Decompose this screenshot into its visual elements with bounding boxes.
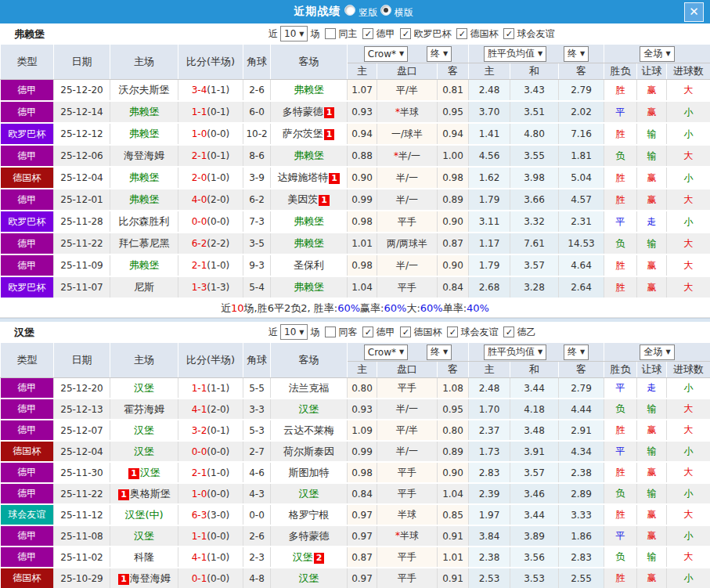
match-type-badge: 球会友谊 — [1, 504, 54, 525]
match-date: 25-12-01 — [54, 189, 110, 211]
team-name-text: 汉堡 — [134, 382, 154, 394]
avg-lose: 7.16 — [559, 123, 604, 145]
team-name-text: 多特蒙德 — [289, 530, 330, 542]
league-checkbox-3[interactable]: ✓ — [456, 28, 467, 39]
team-name-text: 汉堡 — [299, 572, 319, 584]
scope-select[interactable]: 全场▼ — [640, 46, 674, 62]
team-badge: 1 — [319, 195, 330, 206]
result-text: 负 — [616, 488, 625, 499]
halftime-score: (1-0) — [207, 467, 229, 478]
subcolumn-header: 主 — [469, 63, 510, 80]
avg-draw: 3.55 — [510, 145, 559, 167]
match-row: 德甲25-11-221奥格斯堡1-0(0-0)4-3汉堡0.84平手1.042.… — [1, 483, 710, 504]
score: 1-3(1-3) — [178, 276, 243, 298]
handicap-text: 平手 — [398, 216, 416, 227]
league-checkbox-4[interactable]: ✓ — [503, 28, 514, 39]
avg-lose: 5.04 — [559, 167, 604, 189]
avg-final-select[interactable]: 终▼ — [564, 46, 589, 62]
corner-score: 4-8 — [243, 568, 271, 588]
handicap-text: 半球 — [400, 530, 419, 541]
league-checkbox-1[interactable]: ✓ — [362, 28, 373, 39]
corner-score: 3-3 — [243, 399, 271, 420]
match-date: 25-11-02 — [54, 547, 110, 568]
match-type-badge: 德国杯 — [1, 568, 54, 588]
subcolumn-header: 胜负 — [604, 362, 637, 378]
away-team: 斯图加特 — [271, 462, 348, 483]
halftime-score: (2-0) — [207, 194, 229, 205]
avg-win: 2.48 — [469, 378, 510, 399]
match-count-select-label: 10 — [284, 326, 296, 337]
handicap: 两/两球半 — [377, 233, 438, 254]
team-name-text: 汉堡 — [134, 446, 154, 457]
result-wdl: 胜 — [604, 276, 637, 298]
avg-select[interactable]: 胜平负均值▼ — [484, 46, 546, 62]
handicap-text: 半球 — [398, 509, 416, 520]
match-type-badge: 德甲 — [1, 101, 54, 123]
fulltime-score: 1-1 — [192, 383, 207, 394]
odds-home: 0.99 — [348, 441, 377, 462]
dropdown-arrow-icon: ▼ — [665, 348, 670, 355]
avg-final-select-label: 终 — [568, 345, 577, 359]
odds-home: 0.93 — [348, 101, 377, 123]
result-wdl: 负 — [604, 547, 637, 568]
match-date: 25-11-28 — [54, 211, 110, 233]
provider-select[interactable]: Crow*▼ — [364, 345, 408, 360]
odds-home: 0.97 — [348, 568, 377, 588]
score: 3-4(1-1) — [178, 80, 243, 102]
avg-draw: 3.57 — [510, 462, 559, 483]
same-venue-checkbox[interactable] — [325, 28, 336, 39]
header-row-controls: 类型日期主场比分(半场)角球客场Crow*▼终▼胜平负均值▼终▼全场▼ — [1, 45, 710, 63]
match-count-select[interactable]: 10▼ — [280, 324, 308, 340]
header-controls-group: Crow*▼终▼ — [348, 345, 468, 360]
match-date: 25-11-22 — [54, 483, 110, 504]
match-date: 25-12-20 — [54, 80, 110, 102]
result-handicap: 输 — [637, 483, 667, 504]
result-handicap: 输 — [637, 123, 667, 145]
provider-select[interactable]: Crow*▼ — [364, 46, 408, 62]
result-text: 赢 — [647, 172, 657, 183]
avg-final-select[interactable]: 终▼ — [564, 345, 589, 360]
fulltime-score: 1-3 — [192, 282, 207, 293]
odds-away: 0.98 — [438, 167, 469, 189]
odds-home: 1.01 — [348, 233, 377, 254]
close-button[interactable]: ✕ — [684, 2, 704, 22]
match-type-badge: 德甲 — [1, 399, 54, 420]
section-team-name: 汉堡 — [14, 326, 34, 340]
provider-final-select[interactable]: 终▼ — [427, 345, 452, 360]
same-venue-checkbox[interactable] — [325, 326, 336, 337]
handicap: 平/半 — [377, 80, 438, 102]
column-header: 主场 — [110, 343, 178, 378]
avg-win: 2.48 — [469, 80, 510, 102]
column-header: 客场 — [271, 343, 348, 378]
avg-lose: 2.79 — [559, 378, 604, 399]
league-checkbox-3[interactable]: ✓ — [447, 326, 458, 337]
match-date: 25-11-09 — [54, 254, 110, 276]
league-checkbox-2[interactable]: ✓ — [400, 28, 411, 39]
odds-home: 0.88 — [348, 145, 377, 167]
avg-select[interactable]: 胜平负均值▼ — [484, 345, 546, 360]
subcolumn-header: 客 — [559, 63, 604, 80]
handicap: 平手 — [377, 547, 438, 568]
layout-radio-1[interactable] — [344, 5, 355, 16]
home-team: 汉堡 — [110, 420, 178, 441]
summary-segment: 赢率: — [360, 301, 384, 316]
avg-draw: 3.91 — [510, 441, 559, 462]
away-team: 汉堡 — [271, 399, 348, 420]
layout-radio-2[interactable] — [380, 5, 391, 16]
match-count-select[interactable]: 10▼ — [280, 26, 308, 41]
match-type-badge: 德甲 — [1, 189, 54, 211]
provider-final-select[interactable]: 终▼ — [427, 46, 452, 62]
team-name-text: 汉堡 — [134, 424, 154, 436]
result-text: 赢 — [647, 572, 657, 583]
league-checkbox-1[interactable]: ✓ — [362, 326, 373, 337]
halftime-score: (0-1) — [207, 425, 229, 436]
scope-select[interactable]: 全场▼ — [640, 345, 674, 360]
league-checkbox-2[interactable]: ✓ — [400, 326, 411, 337]
team-name-text: 格罗宁根 — [289, 509, 330, 521]
corner-score: 0-0 — [243, 504, 271, 525]
match-date: 25-12-04 — [54, 167, 110, 189]
league-checkbox-4[interactable]: ✓ — [503, 326, 514, 337]
match-row: 德甲25-11-02科隆4-1(1-0)2-3汉堡20.87平手1.012.38… — [1, 547, 710, 568]
result-text: 输 — [647, 238, 657, 249]
odds-home: 0.93 — [348, 399, 377, 420]
